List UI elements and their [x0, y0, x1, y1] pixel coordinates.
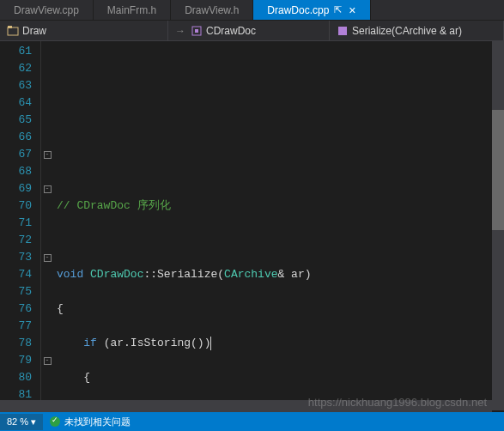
navigation-bar: Draw → CDrawDoc Serialize(CArchive & ar) — [0, 21, 504, 41]
tab-bar: DrawView.cpp MainFrm.h DrawView.h DrawDo… — [0, 0, 504, 21]
status-bar: 82 % ▾ 未找到相关问题 — [0, 412, 504, 431]
code-content[interactable]: // CDrawDoc 序列化 void CDrawDoc::Serialize… — [53, 41, 504, 412]
method-icon — [337, 25, 349, 37]
svg-rect-3 — [195, 29, 198, 33]
svg-rect-1 — [8, 26, 12, 28]
nav-member-label: Serialize(CArchive & ar) — [352, 25, 462, 37]
tab-mainfrm-h[interactable]: MainFrm.h — [94, 0, 171, 20]
nav-class[interactable]: → CDrawDoc — [168, 21, 330, 40]
pin-icon[interactable]: ⇱ — [334, 4, 342, 15]
chevron-down-icon: ▾ — [31, 416, 36, 427]
issues-status[interactable]: 未找到相关问题 — [43, 413, 137, 431]
nav-scope[interactable]: Draw — [0, 21, 168, 40]
editor[interactable]: 6162636465666768697071727374757677787980… — [0, 41, 504, 412]
class-icon — [191, 25, 203, 37]
svg-rect-0 — [8, 27, 18, 35]
vertical-scrollbar[interactable] — [492, 41, 504, 410]
check-icon — [50, 416, 60, 427]
svg-rect-4 — [338, 27, 347, 35]
fold-column: - - - - — [41, 41, 53, 412]
tab-drawdoc-cpp[interactable]: DrawDoc.cpp ⇱ × — [253, 0, 370, 20]
scrollbar-thumb[interactable] — [492, 110, 504, 230]
nav-scope-label: Draw — [22, 25, 46, 37]
fold-icon[interactable]: - — [44, 254, 52, 262]
zoom-level[interactable]: 82 % ▾ — [0, 414, 43, 430]
project-icon — [7, 25, 19, 37]
tab-drawview-cpp[interactable]: DrawView.cpp — [0, 0, 94, 20]
tab-drawview-h[interactable]: DrawView.h — [171, 0, 253, 20]
line-numbers: 6162636465666768697071727374757677787980… — [0, 41, 41, 412]
watermark: https://nickhuang1996.blog.csdn.net — [308, 396, 487, 409]
text-cursor — [210, 337, 211, 350]
close-icon[interactable]: × — [349, 3, 355, 17]
arrow-icon: → — [175, 25, 185, 37]
nav-member[interactable]: Serialize(CArchive & ar) — [330, 21, 504, 40]
fold-icon[interactable]: - — [44, 185, 52, 193]
nav-class-label: CDrawDoc — [206, 25, 256, 37]
fold-icon[interactable]: - — [44, 151, 52, 159]
fold-icon[interactable]: - — [44, 357, 52, 365]
